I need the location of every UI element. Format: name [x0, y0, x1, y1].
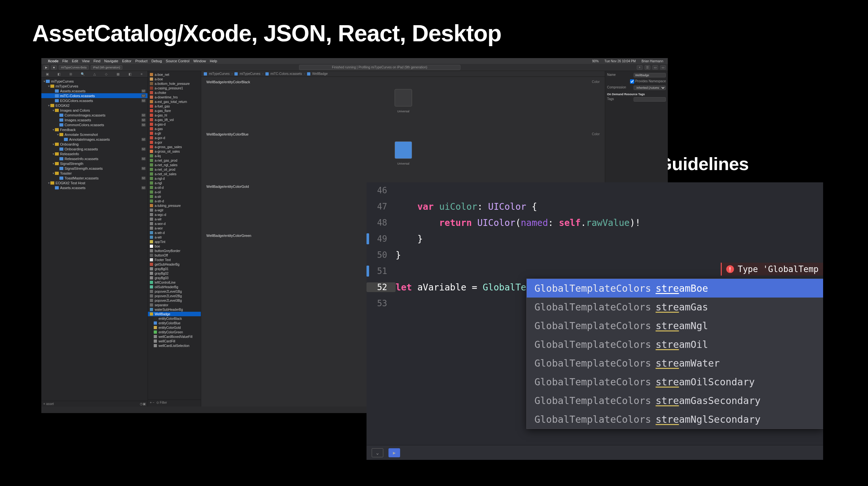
asset-row[interactable]: a-downtime_hrs [148, 95, 201, 99]
tree-row[interactable]: ▾Annotate Screenshot [41, 132, 148, 137]
tree-row[interactable]: EOGColors.xcassetsM [41, 98, 148, 103]
asset-row[interactable]: a-gas-d [148, 122, 201, 127]
tree-row[interactable]: ▾miTypeCurves [41, 84, 148, 89]
asset-row[interactable]: leftControlLine [148, 280, 201, 285]
tree-row[interactable]: ▾Feedback [41, 127, 148, 132]
menu-item[interactable]: Xcode [48, 59, 58, 63]
report-navigator-tab[interactable]: ≡ [136, 71, 148, 77]
scheme-selector[interactable]: miTypeCurves-Beta [59, 65, 89, 70]
navigator-filter[interactable]: + asset ◷ ▣ [41, 401, 148, 407]
color-swatch[interactable] [395, 89, 412, 106]
asset-row[interactable]: WellBadge [148, 312, 201, 316]
tree-row[interactable]: ▾ReleaseInfo [41, 151, 148, 156]
error-banner[interactable]: ! Type 'GlobalTemp [721, 263, 823, 276]
asset-row[interactable]: a-est_gas_total_return [148, 99, 201, 104]
tree-row[interactable]: miTC-Colors.xcassetsM [41, 93, 148, 98]
asset-row[interactable]: popoverZLevel3Bg [148, 298, 201, 303]
asset-row[interactable]: a-wtr-d [148, 230, 201, 235]
debug-navigator-tab[interactable]: ▦ [112, 71, 124, 77]
asset-row[interactable]: entityColorGreen [148, 330, 201, 334]
filter-scm-icon[interactable]: ▣ [143, 402, 146, 406]
asset-row[interactable]: a-gross_gas_sales [148, 144, 201, 149]
menu-item[interactable]: File [62, 59, 68, 63]
asset-row[interactable]: a-gas_flare [148, 108, 201, 113]
asset-row[interactable]: a-ngl-d [148, 176, 201, 181]
tree-row[interactable]: ReleaseInfo.xcassetsM [41, 156, 148, 161]
asset-filter[interactable]: + − ⊙ Filter [148, 399, 201, 405]
asset-row[interactable]: appTint [148, 239, 201, 244]
breakpoint-navigator-tab[interactable]: ◧ [124, 71, 136, 77]
menu-item[interactable]: Edit [72, 59, 78, 63]
code-line[interactable]: 50} [367, 247, 823, 263]
code-line[interactable]: 46 [367, 182, 823, 198]
asset-row[interactable]: a-liq [148, 154, 201, 158]
tree-row[interactable]: ▾Onboarding [41, 142, 148, 147]
asset-row[interactable]: popoverZLevel1Bg [148, 289, 201, 294]
tree-row[interactable]: ▾EOGKit2 [41, 103, 148, 108]
asset-row[interactable]: a-wglr [148, 208, 201, 212]
asset-row[interactable]: a-str [148, 194, 201, 199]
symbol-navigator-tab[interactable]: ⊞ [65, 71, 77, 77]
autocomplete-item[interactable]: GlobalTemplateColorsstreamOilScondary [527, 372, 823, 391]
color-swatch[interactable] [395, 141, 412, 159]
asset-row[interactable]: wellCardBoxedValueFill [148, 334, 201, 339]
tree-row[interactable]: ▾miTypeCurves [41, 79, 148, 84]
chevron-down-icon[interactable]: ⌄ [372, 448, 383, 457]
asset-row[interactable]: a-net_oil_prod [148, 167, 201, 172]
asset-row[interactable]: a-gas_hl [148, 113, 201, 118]
asset-row[interactable]: a-fuel_gas [148, 104, 201, 108]
menu-item[interactable]: Window [193, 59, 206, 63]
asset-row[interactable]: entityColorBlue [148, 321, 201, 325]
asset-row[interactable]: a-net_oil_sales [148, 172, 201, 176]
tree-row[interactable]: CommonColors.xcassetsM [41, 122, 148, 127]
issue-navigator-tab[interactable]: △ [89, 71, 100, 77]
menu-item[interactable]: Find [93, 59, 100, 63]
autocomplete-item[interactable]: GlobalTemplateColorsstreamGas [527, 297, 823, 316]
provides-namespace-checkbox[interactable]: Provides Namespace [630, 79, 666, 84]
breadcrumb-item[interactable]: miTypeCurves [240, 72, 260, 75]
inspector-name-field[interactable] [633, 73, 666, 77]
asset-row[interactable]: a-gross_oil_sales [148, 149, 201, 154]
asset-row[interactable]: a-ngl [148, 181, 201, 185]
asset-row[interactable]: Footer Text [148, 258, 201, 262]
autocomplete-item[interactable]: GlobalTemplateColorsstreamNgl [527, 316, 823, 335]
filter-plus-icon[interactable]: + [43, 402, 45, 406]
asset-row[interactable]: a-str-d [148, 199, 201, 203]
stop-button[interactable]: ■ [51, 65, 57, 70]
menu-item[interactable]: Navigate [104, 59, 118, 63]
asset-row[interactable]: a-bottom_hole_pressure [148, 81, 201, 86]
asset-row[interactable]: popoverZLevel2Bg [148, 294, 201, 298]
tree-row[interactable]: Assets.xcassetsM [41, 89, 148, 93]
inspector-toggle[interactable]: ▭ [660, 65, 666, 70]
tree-row[interactable]: CommonImages.xcassetsM [41, 112, 148, 118]
asset-row[interactable]: entityColorGold [148, 325, 201, 330]
asset-row[interactable]: a-gas [148, 127, 201, 131]
tree-row[interactable]: ToastMaster.xcassetsM [41, 175, 148, 181]
asset-row[interactable]: grayBg01 [148, 266, 201, 271]
menu-item[interactable]: View [82, 59, 90, 63]
asset-row[interactable]: a-boe_net [148, 72, 201, 77]
asset-row[interactable]: a-wlr [148, 217, 201, 221]
asset-row[interactable]: a-net_ngl_sales [148, 163, 201, 167]
asset-row[interactable]: a-oil [148, 190, 201, 194]
code-line[interactable]: 48 return UIColor(named: self.rawValue)! [367, 215, 823, 231]
tree-row[interactable]: Images.xcassetsM [41, 118, 148, 122]
source-control-navigator-tab[interactable]: ◧ [53, 71, 65, 77]
asset-row[interactable]: a-tubing_pressure [148, 203, 201, 208]
asset-row[interactable]: waterSubHeaderBg [148, 307, 201, 312]
breakpoint-indicator-icon[interactable]: ▶ [389, 448, 400, 457]
asset-row[interactable]: getSubHeaderBg [148, 262, 201, 266]
tags-field[interactable] [633, 97, 666, 102]
tree-row[interactable]: AnnotateImages.xcassetsM [41, 137, 148, 142]
breadcrumb-item[interactable]: miTypeCurves [209, 72, 229, 75]
asset-row[interactable]: buttonGreyBorder [148, 249, 201, 253]
autocomplete-item[interactable]: GlobalTemplateColorsstreamWater [527, 354, 823, 372]
menu-item[interactable]: Editor [122, 59, 131, 63]
asset-row[interactable]: grayBg02 [148, 271, 201, 276]
run-button[interactable]: ▶ [43, 65, 49, 70]
asset-row[interactable]: a-oil-d [148, 185, 201, 190]
asset-row[interactable]: a-gor-d [148, 135, 201, 140]
asset-row[interactable]: entityColorBlack [148, 316, 201, 321]
asset-row[interactable]: a-wor [148, 226, 201, 230]
menu-item[interactable]: Source Control [166, 59, 189, 63]
